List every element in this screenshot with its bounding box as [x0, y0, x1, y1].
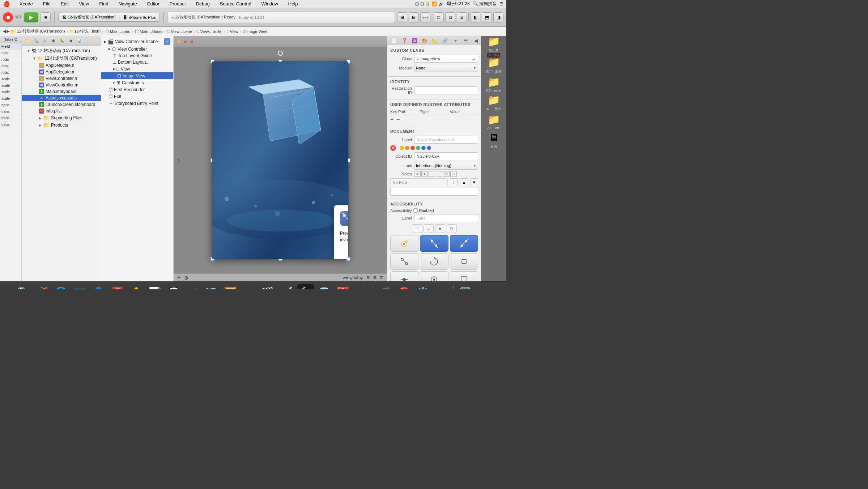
dock-sketch[interactable]: 💎 — [316, 284, 333, 290]
left-panel-trans2[interactable]: trans — [0, 109, 21, 115]
dock-notes[interactable]: 📝 — [146, 284, 164, 290]
accessibility-checkbox[interactable] — [413, 208, 418, 213]
gesture-icon-compass[interactable]: 🧭 — [390, 235, 418, 252]
scene-triangle-constraints[interactable]: ▶ — [113, 81, 115, 84]
dock-imovie[interactable]: 🎬 — [259, 284, 277, 290]
nav-test-icon[interactable]: ◉ — [50, 37, 57, 44]
nav-triangle-supporting[interactable]: ▶ — [39, 116, 41, 120]
note-icon-3[interactable]: — — [429, 171, 435, 177]
canvas-arrow-left[interactable]: › — [177, 155, 180, 165]
dock-vlc[interactable]: 🔴 — [396, 284, 413, 290]
nav-item-appdelegate-h[interactable]: h AppDelegate.h — [22, 62, 101, 69]
note-icon-1[interactable]: ≡ — [414, 171, 421, 177]
scene-triangle-view[interactable]: ▶ — [113, 67, 115, 71]
color-dot-green[interactable] — [416, 146, 420, 150]
stop-square-button[interactable]: ■ — [41, 12, 51, 22]
gesture-icon-custom[interactable] — [450, 235, 478, 252]
nav-debug-icon[interactable]: 🐛 — [59, 37, 66, 44]
scene-add-button[interactable]: + — [164, 38, 170, 45]
menubar-search[interactable]: 🔍 搜狗拼音 — [473, 1, 497, 7]
left-panel-rotate4[interactable]: rotat — [0, 69, 21, 76]
dock-calendar[interactable]: 📅 — [109, 284, 126, 290]
navigator-panel-btn[interactable]: ◧ — [470, 12, 480, 22]
debug-panel-btn[interactable]: ⬒ — [482, 12, 492, 22]
left-panel-trans1[interactable]: trans — [0, 102, 21, 109]
nav-item-plist[interactable]: P Info.plist — [22, 108, 101, 114]
menu-file[interactable]: File — [41, 0, 53, 7]
dock-photos[interactable]: 🖼️ — [222, 284, 239, 290]
breadcrumb-group[interactable]: 12-转场…ition) — [74, 29, 101, 34]
acc-icon-file[interactable]: 📄 — [412, 224, 422, 233]
user-defined-add-btn[interactable]: + — [390, 116, 393, 123]
menu-editor[interactable]: Editor — [145, 0, 162, 7]
inspector-tab-size[interactable]: 📐 — [430, 36, 439, 45]
acc-icon-square[interactable]: □ — [447, 224, 457, 233]
breadcrumb-base[interactable]: Main…Base) — [140, 29, 163, 34]
nav-item-assets[interactable]: A Assets.xcassets — [22, 95, 101, 101]
left-panel-scale3[interactable]: scale — [0, 89, 21, 95]
color-dot-purple[interactable] — [427, 146, 431, 150]
inspector-tab-file[interactable]: 📄 — [390, 36, 399, 45]
menu-xcode[interactable]: Xcode — [17, 0, 35, 7]
nav-item-viewcontroller-h[interactable]: h ViewController.h — [22, 75, 101, 82]
left-panel-trans3[interactable]: trans — [0, 115, 21, 122]
menubar-menu-icon[interactable]: ☰ — [499, 1, 503, 7]
lock-select[interactable]: Inherited - (Nothing) ▼ — [414, 162, 478, 170]
dock-ai[interactable]: 🅰️ — [335, 284, 352, 290]
stop-button[interactable]: ⏹ — [3, 12, 13, 22]
breadcrumb-nav-back[interactable]: ◀ — [3, 29, 6, 34]
right-folder-13[interactable]: 📁 第13...业界 — [483, 56, 504, 74]
gesture-icon-pinch2[interactable] — [390, 253, 418, 270]
breadcrumb-storyboard[interactable]: Main…oard — [110, 29, 131, 34]
inspector-tab-identity[interactable]: 🆔 — [410, 36, 419, 45]
menu-find[interactable]: Find — [97, 0, 110, 7]
scene-triangle-vc[interactable]: ▶ — [109, 47, 111, 51]
menu-window[interactable]: Window — [259, 0, 280, 7]
assistant-toggle[interactable]: ⟺ — [420, 12, 430, 22]
note-icon-5[interactable]: ☑ — [443, 171, 450, 177]
dock-trash[interactable]: 🗑️ — [457, 284, 474, 290]
font-stepper-down[interactable]: ▼ — [470, 178, 478, 186]
breadcrumb-imageview[interactable]: Image View — [246, 29, 267, 34]
inspector-tab-quick[interactable]: ❓ — [400, 36, 409, 45]
nav-triangle-project[interactable]: ▶ — [27, 50, 30, 52]
acc-icon-circle[interactable]: ○ — [424, 224, 434, 233]
nav-item-launchscreen[interactable]: S LaunchScreen.storyboard — [22, 101, 101, 108]
nav-triangle-products[interactable]: ▶ — [39, 124, 41, 127]
menu-product[interactable]: Product — [167, 0, 188, 7]
right-folder-zjl[interactable]: 📁 ZJL...etai — [483, 113, 504, 130]
menu-source-control[interactable]: Source Control — [218, 0, 254, 7]
restoration-id-field[interactable] — [414, 86, 478, 94]
note-icon-4[interactable]: ⊡ — [436, 171, 442, 177]
canvas-mode-btn[interactable]: ⊞ — [366, 275, 370, 280]
gesture-icon-slide[interactable] — [390, 271, 418, 281]
x-button[interactable]: ✕ — [390, 145, 396, 151]
acc-icon-circle-filled[interactable]: ● — [435, 224, 445, 233]
assistant-editor-btn[interactable]: ⧉ — [445, 12, 455, 22]
scene-item-vc[interactable]: ▶ ⬡ View Controller — [101, 46, 173, 52]
scene-item-exit[interactable]: ⬡ Exit — [101, 93, 173, 100]
nav-item-products[interactable]: ▶ 📁 Products — [22, 122, 101, 129]
color-dot-orange[interactable] — [405, 146, 409, 150]
nav-item-main-storyboard[interactable]: S Main.storyboard — [22, 88, 101, 95]
dock-itunes[interactable]: 🎵 — [377, 284, 394, 290]
nav-search-icon[interactable]: 🔍 — [33, 37, 40, 44]
inspector-menu-btn[interactable]: ☰ — [461, 36, 471, 45]
dock-messages[interactable]: 💬 — [165, 284, 183, 290]
canvas-mode-btn3[interactable]: ⊡ — [380, 275, 383, 280]
color-dot-red[interactable] — [410, 146, 415, 150]
label-field[interactable]: Xcode Specific Label — [414, 136, 478, 144]
menu-view[interactable]: View — [77, 0, 91, 7]
scene-item-firstresponder[interactable]: ⬡ First Responder — [101, 86, 173, 93]
standard-editor-btn[interactable]: □ — [434, 12, 444, 22]
dock-facetime[interactable]: 📹 — [184, 284, 201, 290]
nav-warning-icon[interactable]: ⚠ — [41, 37, 48, 44]
inspector-tab-attributes[interactable]: 🎨 — [420, 36, 429, 45]
inspector-add-btn[interactable]: + — [451, 36, 460, 45]
gesture-icon-tap[interactable] — [420, 271, 448, 281]
access-label-field[interactable]: Label — [414, 214, 478, 222]
canvas-mode-btn2[interactable]: ⊟ — [373, 275, 376, 280]
dock-steam[interactable]: 🎮 — [353, 284, 371, 290]
scene-item-toplayout[interactable]: ⊤ Top Layout Guide — [101, 52, 173, 59]
left-panel-rotate1[interactable]: rotat — [0, 50, 21, 56]
